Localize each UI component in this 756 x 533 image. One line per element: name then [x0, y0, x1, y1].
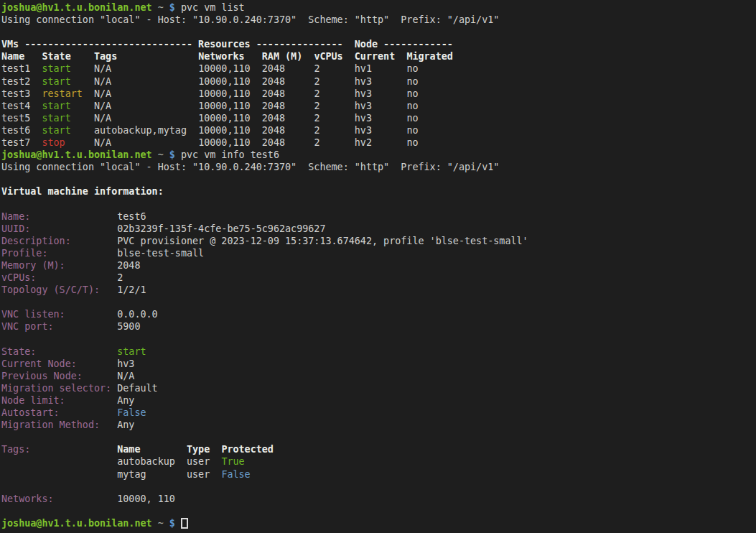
- prompt-cwd: ~: [158, 2, 164, 13]
- info-label: VNC port:: [1, 321, 54, 332]
- col-header-state: State: [42, 51, 70, 62]
- info-label: State:: [1, 346, 36, 357]
- vm-name: test6: [1, 125, 30, 136]
- info-label: Name:: [1, 211, 30, 222]
- vm-current-node: hv3: [355, 125, 372, 136]
- vm-state: stop: [42, 137, 65, 148]
- vm-ram: 2048: [262, 101, 285, 111]
- terminal[interactable]: joshua@hv1.t.u.bonilan.net ~ $ pvc vm li…: [0, 0, 756, 533]
- vm-current-node: hv1: [355, 63, 372, 74]
- info-value: Any: [117, 395, 134, 406]
- info-label: VNC listen:: [1, 309, 65, 320]
- info-label: Profile:: [1, 248, 48, 259]
- vm-current-node: hv2: [355, 137, 372, 148]
- info-current-node: Current Node: hv3: [1, 358, 756, 370]
- info-memory: Memory (M): 2048: [1, 259, 756, 272]
- info-value: Default: [117, 383, 157, 394]
- blank-line: [1, 296, 756, 308]
- vm-name: test5: [1, 113, 30, 124]
- vm-tags: autobackup,mytag: [94, 125, 187, 136]
- tag-col-protected: Protected: [221, 444, 274, 455]
- info-label: Autostart:: [1, 407, 60, 418]
- col-header-current: Current: [355, 51, 395, 62]
- info-node-limit: Node limit: Any: [1, 394, 756, 407]
- vm-row-test5: test5 start N/A 10000,110 2048 2 hv3 no: [1, 112, 756, 124]
- vm-name: test1: [1, 63, 30, 74]
- tags-header: Tags: Name Type Protected: [1, 443, 756, 455]
- vm-vcpus: 2: [314, 76, 319, 87]
- vm-migrated: no: [406, 101, 418, 111]
- col-header-tags: Tags: [94, 51, 117, 62]
- tag-row-autobackup: autobackup user True: [1, 455, 756, 468]
- vm-migrated: no: [406, 88, 418, 99]
- info-autostart: Autostart: False: [1, 407, 756, 419]
- vm-state: start: [42, 113, 70, 124]
- command-pvc-vm-list: pvc vm list: [181, 2, 245, 13]
- info-label: vCPUs:: [1, 272, 36, 283]
- vm-migrated: no: [406, 76, 418, 87]
- vm-networks: 10000,110: [198, 76, 251, 87]
- info-vnc-port: VNC port: 5900: [1, 320, 756, 333]
- vm-state: restart: [42, 88, 82, 99]
- info-label: Memory (M):: [1, 260, 65, 271]
- vm-tags: N/A: [94, 113, 111, 124]
- prompt-user-host: joshua@hv1.t.u.bonilan.net: [1, 518, 152, 529]
- vm-row-test7: test7 stop N/A 10000,110 2048 2 hv2 no: [1, 136, 756, 149]
- tag-name: autobackup: [117, 456, 175, 467]
- vm-name: test4: [1, 101, 30, 111]
- vm-row-test2: test2 start N/A 10000,110 2048 2 hv3 no: [1, 75, 756, 88]
- vm-state: start: [42, 63, 70, 74]
- prompt-user-host: joshua@hv1.t.u.bonilan.net: [1, 149, 152, 160]
- vm-migrated: no: [406, 63, 418, 74]
- vm-migrated: no: [406, 125, 418, 136]
- command-pvc-vm-info: pvc vm info test6: [181, 149, 279, 160]
- group-header-vms: VMs -----------------------------: [1, 39, 192, 50]
- prompt-symbol: $: [169, 2, 175, 13]
- info-label: Previous Node:: [1, 371, 83, 381]
- connection-info: Using connection "local" - Host: "10.90.…: [1, 162, 499, 172]
- vm-table-group-header: VMs ----------------------------- Resour…: [1, 38, 756, 50]
- col-header-ram: RAM (M): [262, 51, 302, 62]
- section-title: Virtual machine information:: [1, 186, 164, 197]
- connection-info-line: Using connection "local" - Host: "10.90.…: [1, 161, 756, 173]
- vm-ram: 2048: [262, 88, 285, 99]
- info-previous-node: Previous Node: N/A: [1, 370, 756, 382]
- prompt-line-3: joshua@hv1.t.u.bonilan.net ~ $: [1, 517, 756, 529]
- vm-tags: N/A: [94, 76, 111, 87]
- info-profile: Profile: blse-test-small: [1, 247, 756, 259]
- blank-line: [1, 431, 756, 443]
- vm-migrated: no: [406, 137, 418, 148]
- info-value: PVC provisioner @ 2023-12-09 15:37:13.67…: [117, 236, 528, 246]
- group-header-resources: Resources ---------------: [198, 39, 343, 50]
- connection-info-line: Using connection "local" - Host: "10.90.…: [1, 14, 756, 26]
- info-value: blse-test-small: [117, 248, 204, 259]
- prompt-cwd: ~: [158, 518, 164, 529]
- col-header-vcpus: vCPUs: [314, 51, 342, 62]
- info-state: State: start: [1, 346, 756, 358]
- tag-protected: False: [221, 469, 250, 480]
- vm-name: test3: [1, 88, 30, 99]
- info-label: UUID:: [1, 223, 30, 234]
- vm-ram: 2048: [262, 125, 285, 136]
- vm-tags: N/A: [94, 63, 111, 74]
- info-value: N/A: [117, 371, 134, 381]
- vm-ram: 2048: [262, 76, 285, 87]
- info-label: Migration Method:: [1, 420, 100, 430]
- info-value: 1/2/1: [117, 284, 146, 295]
- info-label: Current Node:: [1, 358, 77, 369]
- vm-vcpus: 2: [314, 101, 319, 111]
- vm-name: test2: [1, 76, 30, 87]
- tag-col-name: Name: [117, 444, 140, 455]
- blank-line: [1, 198, 756, 210]
- vm-tags: N/A: [94, 137, 111, 148]
- info-value: 5900: [117, 321, 140, 332]
- info-value: 10000, 110: [117, 493, 175, 504]
- vm-tags: N/A: [94, 101, 111, 111]
- vm-migrated: no: [406, 113, 418, 124]
- info-networks: Networks: 10000, 110: [1, 493, 756, 505]
- info-label: Node limit:: [1, 395, 65, 406]
- info-label: Topology (S/C/T):: [1, 284, 100, 295]
- info-vnc-listen: VNC listen: 0.0.0.0: [1, 308, 756, 320]
- col-header-migrated: Migrated: [406, 51, 453, 62]
- vm-row-test6: test6 start autobackup,mytag 10000,110 2…: [1, 124, 756, 136]
